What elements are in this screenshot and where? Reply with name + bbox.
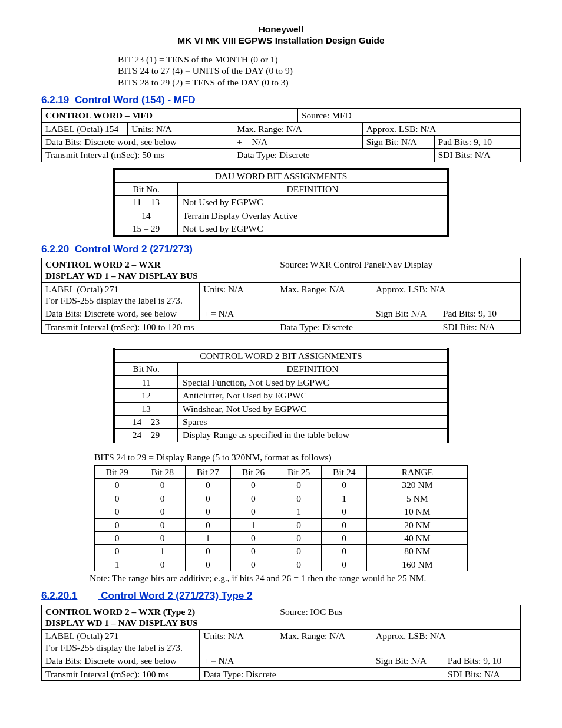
section-number: 6.2.20 <box>41 243 69 255</box>
section-title: Control Word 2 (271/273) Type 2 <box>101 590 252 601</box>
spec-tx: Transmit Interval (mSec): 100 ms <box>42 667 200 680</box>
bit-table-6-2-20: CONTROL WORD 2 BIT ASSIGNMENTS Bit No. D… <box>113 348 449 443</box>
spec-table-6-2-20-1: CONTROL WORD 2 – WXR (Type 2) DISPLAY WD… <box>41 605 521 681</box>
range-row: 00010020 NM <box>94 518 468 531</box>
bit-row: 11Special Function, Not Used by EGPWC <box>114 375 448 388</box>
spec-lsb: Approx. LSB: N/A <box>362 122 520 135</box>
spec-maxrange: Max. Range: N/A <box>276 630 372 654</box>
doc-header: Honeywell MK VI MK VIII EGPWS Installati… <box>41 24 521 47</box>
spec-table-6-2-19: CONTROL WORD – MFD Source: MFD LABEL (Oc… <box>41 108 521 162</box>
bit-row: 14Terrain Display Overlay Active <box>114 209 448 222</box>
range-caption: BITS 24 to 29 = Display Range (5 to 320N… <box>94 452 521 463</box>
range-row: 0000015 NM <box>94 492 468 505</box>
spec-name: CONTROL WORD – MFD <box>42 109 298 122</box>
header-line1: Honeywell <box>41 24 521 35</box>
spec-datatype: Data Type: Discrete <box>200 667 444 680</box>
spec-plus: + = N/A <box>233 135 363 148</box>
intro-bit-line: BITS 28 to 29 (2) = TENS of the DAY (0 t… <box>118 77 521 88</box>
section-heading-6-2-20-1: 6.2.20.1 Control Word 2 (271/273) Type 2 <box>41 589 521 602</box>
intro-bit-line: BITS 24 to 27 (4) = UNITS of the DAY (0 … <box>118 65 521 76</box>
section-number: 6.2.19 <box>41 94 69 106</box>
bit-col-def: DEFINITION <box>178 183 448 196</box>
spec-databits: Data Bits: Discrete word, see below <box>42 135 233 148</box>
spec-source: Source: MFD <box>297 109 520 122</box>
section-title: Control Word (154) - MFD <box>75 94 196 106</box>
spec-padbits: Pad Bits: 9, 10 <box>444 654 520 667</box>
spec-lsb: Approx. LSB: N/A <box>372 630 520 654</box>
spec-units: Units: N/A <box>200 282 276 307</box>
spec-name: CONTROL WORD 2 – WXR (Type 2) DISPLAY WD… <box>42 605 276 630</box>
spec-maxrange: Max. Range: N/A <box>276 282 372 307</box>
section-heading-6-2-19: 6.2.19 Control Word (154) - MFD <box>41 94 521 106</box>
spec-lsb: Approx. LSB: N/A <box>372 282 520 307</box>
bit-table-title: CONTROL WORD 2 BIT ASSIGNMENTS <box>114 349 448 363</box>
range-row: 00001010 NM <box>94 505 468 518</box>
spec-tx: Transmit Interval (mSec): 50 ms <box>42 149 233 162</box>
bit-row: 14 – 23Spares <box>114 415 448 428</box>
range-row: 00100040 NM <box>94 531 468 544</box>
spec-maxrange: Max. Range: N/A <box>233 122 363 135</box>
spec-label: LABEL (Octal) 271 For FDS-255 display th… <box>42 630 200 654</box>
bit-col-bitno: Bit No. <box>114 363 178 375</box>
bit-row: 12Anticlutter, Not Used by EGPWC <box>114 389 448 402</box>
intro-bits: BIT 23 (1) = TENS of the MONTH (0 or 1) … <box>118 54 521 88</box>
bit-row: 15 – 29Not Used by EGPWC <box>114 222 448 236</box>
header-line2: MK VI MK VIII EGPWS Installation Design … <box>41 35 521 46</box>
spec-signbit: Sign Bit: N/A <box>372 307 439 320</box>
range-row: 01000080 NM <box>94 545 468 558</box>
spec-units: Units: N/A <box>128 122 233 135</box>
bit-row: 13Windshear, Not Used by EGPWC <box>114 402 448 415</box>
spec-table-6-2-20: CONTROL WORD 2 – WXR DISPLAY WD 1 – NAV … <box>41 258 521 334</box>
spec-padbits: Pad Bits: 9, 10 <box>434 135 520 148</box>
bit-col-bitno: Bit No. <box>114 183 178 196</box>
spec-signbit: Sign Bit: N/A <box>372 654 444 667</box>
spec-units: Units: N/A <box>200 630 276 654</box>
spec-padbits: Pad Bits: 9, 10 <box>439 307 520 320</box>
bit-col-def: DEFINITION <box>178 363 448 375</box>
spec-datatype: Data Type: Discrete <box>233 149 434 162</box>
section-title: Control Word 2 (271/273) <box>75 243 193 255</box>
spec-sdi: SDI Bits: N/A <box>439 320 520 333</box>
bit-table-title: DAU WORD BIT ASSIGNMENTS <box>114 169 448 182</box>
spec-source: Source: IOC Bus <box>276 605 521 630</box>
intro-bit-line: BIT 23 (1) = TENS of the MONTH (0 or 1) <box>118 54 521 65</box>
range-row: 100000160 NM <box>94 558 468 571</box>
range-note: Note: The range bits are additive; e.g.,… <box>90 572 521 584</box>
spec-databits: Data Bits: Discrete word, see below <box>42 654 200 667</box>
spec-sdi: SDI Bits: N/A <box>434 149 520 162</box>
spec-tx: Transmit Interval (mSec): 100 to 120 ms <box>42 320 276 333</box>
section-heading-6-2-20: 6.2.20 Control Word 2 (271/273) <box>41 243 521 255</box>
spec-name: CONTROL WORD 2 – WXR DISPLAY WD 1 – NAV … <box>42 258 276 282</box>
bit-table-6-2-19: DAU WORD BIT ASSIGNMENTS Bit No. DEFINIT… <box>113 168 449 237</box>
range-head-row: Bit 29 Bit 28 Bit 27 Bit 26 Bit 25 Bit 2… <box>94 466 468 479</box>
spec-databits: Data Bits: Discrete word, see below <box>42 307 200 320</box>
section-number: 6.2.20.1 <box>41 590 77 601</box>
spec-plus: + = N/A <box>200 307 372 320</box>
spec-label: LABEL (Octal) 271 For FDS-255 display th… <box>42 282 200 307</box>
bit-row: 24 – 29Display Range as specified in the… <box>114 429 448 442</box>
range-row: 000000320 NM <box>94 479 468 492</box>
spec-datatype: Data Type: Discrete <box>276 320 439 333</box>
spec-label: LABEL (Octal) 154 <box>42 122 128 135</box>
range-table: Bit 29 Bit 28 Bit 27 Bit 26 Bit 25 Bit 2… <box>94 465 468 571</box>
spec-source: Source: WXR Control Panel/Nav Display <box>276 258 521 282</box>
spec-sdi: SDI Bits: N/A <box>444 667 520 680</box>
bit-row: 11 – 13Not Used by EGPWC <box>114 196 448 209</box>
spec-signbit: Sign Bit: N/A <box>362 135 434 148</box>
spec-plus: + = N/A <box>200 654 372 667</box>
